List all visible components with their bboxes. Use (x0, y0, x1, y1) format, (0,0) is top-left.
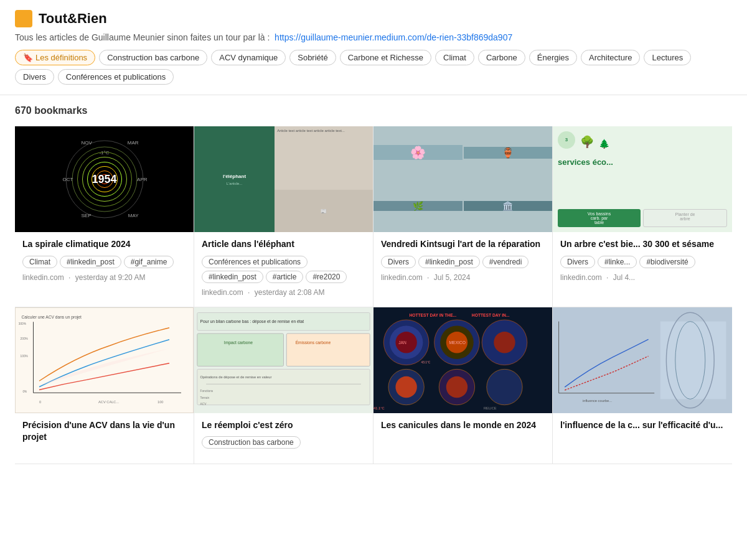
card-tag-5-0[interactable]: Construction bas carbone (202, 436, 301, 449)
content-area: 670 bookmarks 1954 NOV MAR OCT APR SEP M… (0, 95, 747, 474)
svg-text:JAN: JAN (398, 340, 406, 345)
svg-text:200%: 200% (21, 337, 29, 340)
svg-text:HOTTEST DAY IN...: HOTTEST DAY IN... (472, 313, 510, 317)
cards-grid: 1954 NOV MAR OCT APR SEP MAY -1°C La spi… (15, 126, 732, 464)
svg-text:HOTTEST DAY IN THE...: HOTTEST DAY IN THE... (409, 313, 456, 317)
card-tag-0-2[interactable]: #gif_anime (124, 256, 174, 268)
card-tag-1-0[interactable]: Conférences et publications (202, 256, 308, 268)
svg-text:0: 0 (39, 400, 41, 404)
filter-tag-9[interactable]: Lectures (644, 50, 691, 65)
card-content: Un arbre c'est bie... 30 300 et sésame D… (553, 238, 732, 282)
svg-text:43.1°C: 43.1°C (421, 360, 431, 363)
card-dot: · (427, 273, 429, 282)
card-tag-2-2[interactable]: #vendredi (482, 256, 529, 268)
card-card-3: 🌸 🏺 🌿 🏛️ Vendredi Kintsugi l'art de la r… (374, 126, 553, 307)
card-date: Jul 4... (613, 273, 635, 282)
svg-text:ACV CALC...: ACV CALC... (98, 400, 120, 404)
card-tags: Climat#linkedin_post#gif_anime (22, 256, 186, 268)
svg-text:Opérations de dépose et de rem: Opérations de dépose et de remise en val… (200, 375, 272, 378)
card-title: Un arbre c'est bie... 30 300 et sésame (560, 238, 725, 251)
filter-tag-3[interactable]: Sobriété (289, 50, 336, 65)
filter-tag-5[interactable]: Climat (435, 50, 474, 65)
filter-tag-10[interactable]: Divers (15, 69, 54, 85)
card-tag-3-1[interactable]: #linke... (598, 256, 637, 268)
filter-tag-8[interactable]: Architecture (581, 50, 640, 65)
card-tag-0-1[interactable]: #linkedin_post (60, 256, 121, 268)
card-tag-3-2[interactable]: #biodiversité (639, 256, 695, 268)
card-image-reemploi: Pour un bilan carbone bas : dépose et de… (194, 307, 373, 413)
svg-rect-13 (286, 334, 370, 366)
tags-row: 🔖Les définitionsConstruction bas carbone… (15, 50, 732, 85)
card-meta: linkedin.com · yesterday at 2:08 AM (202, 288, 365, 297)
svg-point-38 (446, 376, 467, 397)
card-content: l'influence de la c... sur l'efficacité … (553, 419, 732, 432)
svg-text:Pour un bilan carbone bas : dé: Pour un bilan carbone bas : dépose et de… (200, 319, 304, 324)
card-card-8: influence courbe... l'influence de la c.… (553, 307, 732, 465)
card-content: Le réemploi c'est zéro Construction bas … (194, 419, 373, 449)
card-card-6: Pour un bilan carbone bas : dépose et de… (194, 307, 374, 465)
filter-tag-1[interactable]: Construction bas carbone (99, 50, 207, 65)
card-tags: Divers#linke...#biodiversité (560, 256, 725, 268)
card-card-1: 1954 NOV MAR OCT APR SEP MAY -1°C La spi… (15, 126, 194, 307)
filter-tag-6[interactable]: Carbone (478, 50, 525, 65)
filter-tag-0[interactable]: 🔖Les définitions (15, 50, 95, 65)
card-date: yesterday at 9:20 AM (75, 273, 146, 282)
card-image-kintsugi: 🌸 🏺 🌿 🏛️ (374, 126, 552, 232)
filter-tag-11[interactable]: Conférences et publications (58, 69, 174, 85)
card-title: Le réemploi c'est zéro (202, 419, 365, 432)
card-tag-2-1[interactable]: #linkedin_post (418, 256, 480, 268)
svg-text:Calculer une ACV dans un proje: Calculer une ACV dans un projet (22, 314, 82, 319)
svg-text:100: 100 (157, 400, 163, 404)
card-tag-2-0[interactable]: Divers (381, 256, 416, 268)
card-tag-0-0[interactable]: Climat (22, 256, 57, 268)
card-meta: linkedin.com · yesterday at 9:20 AM (22, 273, 186, 282)
card-source: linkedin.com (381, 273, 423, 282)
card-date: Jul 5, 2024 (434, 273, 471, 282)
card-content: La spirale climatique 2024 Climat#linked… (15, 238, 194, 282)
svg-text:Fonctions: Fonctions (200, 389, 214, 392)
svg-point-39 (487, 369, 522, 404)
card-tag-1-1[interactable]: #linkedin_post (202, 271, 263, 283)
subtitle-text: Tous les articles de Guillaume Meunier s… (15, 32, 270, 42)
card-title: La spirale climatique 2024 (22, 238, 186, 251)
bookmark-icon: 🔖 (23, 53, 33, 62)
card-title: Vendredi Kintsugi l'art de la réparation (381, 238, 545, 251)
card-card-4: 3 🌳 🌲 services éco... Vos bassinscarb. p… (553, 126, 732, 307)
subtitle: Tous les articles de Guillaume Meunier s… (15, 32, 732, 42)
svg-text:100%: 100% (21, 355, 29, 358)
filter-tag-4[interactable]: Carbone et Richesse (340, 50, 431, 65)
svg-text:Terrain: Terrain (200, 396, 210, 399)
header: Tout&Rien Tous les articles de Guillaume… (0, 0, 747, 95)
svg-text:influence courbe...: influence courbe... (583, 399, 612, 403)
card-source: linkedin.com (22, 273, 64, 282)
svg-text:ACV: ACV (200, 402, 207, 405)
card-source: linkedin.com (560, 273, 602, 282)
card-image-canicules: HOTTEST DAY IN THE... HOTTEST DAY IN... … (374, 307, 552, 413)
card-content: Vendredi Kintsugi l'art de la réparation… (374, 238, 552, 282)
card-content: Article dans l'éléphant Conférences et p… (194, 238, 373, 297)
card-card-2: l'éléphant L'article... Article text art… (194, 126, 374, 307)
card-image-elephant: l'éléphant L'article... Article text art… (194, 126, 373, 232)
card-meta: linkedin.com · Jul 5, 2024 (381, 273, 545, 282)
card-tags: Construction bas carbone (202, 436, 365, 449)
svg-text:300%: 300% (19, 322, 27, 325)
card-content: Précision d'une ACV dans la vie d'un pro… (15, 419, 194, 444)
card-dot: · (606, 273, 608, 282)
card-dot: · (248, 288, 250, 297)
filter-tag-2[interactable]: ACV dynamique (211, 50, 286, 65)
svg-text:41.1°C: 41.1°C (374, 406, 385, 410)
card-meta: linkedin.com · Jul 4... (560, 273, 725, 282)
bookmark-count: 670 bookmarks (15, 105, 732, 116)
card-title: Article dans l'éléphant (202, 238, 365, 251)
card-tag-1-2[interactable]: #article (266, 271, 304, 283)
svg-text:Émissions carbone: Émissions carbone (296, 340, 331, 345)
svg-point-36 (395, 376, 416, 397)
subtitle-link[interactable]: https://guillaume-meunier.medium.com/de-… (275, 32, 512, 42)
card-dot: · (68, 273, 70, 282)
svg-text:Impact carbone: Impact carbone (224, 340, 253, 345)
card-tag-3-0[interactable]: Divers (560, 256, 595, 268)
site-title: Tout&Rien (39, 11, 107, 27)
filter-tag-7[interactable]: Énergies (529, 50, 577, 65)
card-tag-1-3[interactable]: #re2020 (306, 271, 347, 283)
svg-rect-12 (197, 334, 284, 366)
